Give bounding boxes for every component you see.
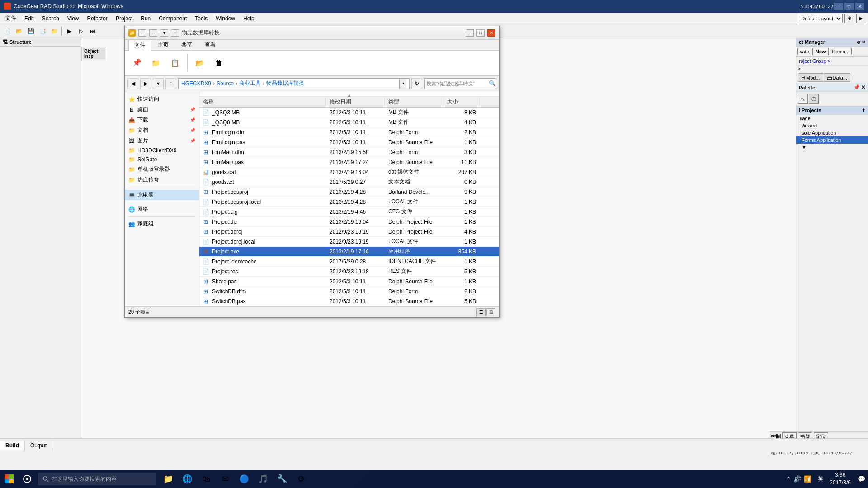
table-row[interactable]: 📄 Project.cfg 2013/2/19 4:46 CFG 文件 1 KB <box>199 207 499 217</box>
toolbar-run2[interactable]: ▷ <box>75 26 86 37</box>
table-row[interactable]: 📄 goods.txt 2017/5/29 0:27 文本文档 0 KB <box>199 177 499 187</box>
menu-component[interactable]: Component <box>155 14 190 23</box>
menu-run[interactable]: Run <box>137 14 154 23</box>
sidebar-documents[interactable]: 📁 文档 📌 <box>125 125 199 136</box>
fe-close-btn[interactable]: ✕ <box>487 29 495 37</box>
table-row[interactable]: ⊞ FrmMain.dfm 2013/2/19 15:58 Delphi For… <box>199 147 499 157</box>
palette-select-btn[interactable]: ⬡ <box>809 94 819 104</box>
fe-tab-home[interactable]: 主页 <box>152 39 175 50</box>
fe-btn-delete[interactable]: 🗑 <box>210 56 227 70</box>
menu-edit[interactable]: Edit <box>21 14 38 23</box>
chevron-icon[interactable]: ⌃ <box>786 476 791 482</box>
layout-btn2[interactable]: ▶ <box>856 14 866 23</box>
close-button[interactable]: ✕ <box>855 3 864 10</box>
projects-scroll[interactable]: ⬆ <box>862 108 865 113</box>
network-systray-icon[interactable]: 📶 <box>804 475 811 483</box>
project-item-console[interactable]: sole Application <box>796 129 868 136</box>
data-tab[interactable]: 🗃 Data... <box>824 73 850 82</box>
sidebar-homegroup[interactable]: 👥 家庭组 <box>125 219 199 229</box>
view-grid-btn[interactable]: ⊞ <box>486 308 495 316</box>
table-row[interactable]: 📊 goods.dat 2013/2/19 16:04 dat 媒体文件 207… <box>199 167 499 177</box>
menu-window[interactable]: Window <box>212 14 239 23</box>
taskbar-mail[interactable]: ✉ <box>216 470 234 488</box>
fe-up-arrow[interactable]: ↑ <box>171 29 179 37</box>
taskbar-search-input[interactable] <box>52 476 151 482</box>
col-header-name[interactable]: 名称 <box>199 97 326 107</box>
sidebar-mypc[interactable]: 💻 此电脑 <box>125 190 199 200</box>
sidebar-quick-access[interactable]: ⭐ 快速访问 <box>125 94 199 104</box>
breadcrumb-dropdown[interactable]: ▾ <box>399 79 406 89</box>
lang-button[interactable]: 英 <box>815 475 826 483</box>
table-row[interactable]: ⊞ FrmLogin.pas 2012/5/3 10:11 Delphi Sou… <box>199 137 499 147</box>
breadcrumb-hgeck[interactable]: HGECKDX9 <box>181 80 211 87</box>
table-row[interactable]: ⊞ SwitchDB.pas 2012/5/3 10:11 Delphi Sou… <box>199 296 499 306</box>
minimize-button[interactable]: — <box>834 3 843 10</box>
taskbar-tool1[interactable]: 🔧 <box>273 470 291 488</box>
sidebar-single[interactable]: 📁 单机版登录器 <box>125 164 199 174</box>
layout-select[interactable]: Default Layout <box>797 14 843 23</box>
sidebar-hd3d[interactable]: 📁 HD3DClientDX9 <box>125 146 199 155</box>
palette-pin[interactable]: 📌 ✕ <box>854 84 865 90</box>
table-row[interactable]: ⚙ Project.exe 2013/2/19 17:16 应用程序 854 K… <box>199 247 499 257</box>
fe-btn-copy[interactable]: 📋 <box>166 56 184 70</box>
breadcrumb-tools[interactable]: 商业工具 <box>239 80 261 87</box>
menu-project[interactable]: Project <box>112 14 136 23</box>
col-header-date[interactable]: 修改日期 <box>326 97 385 107</box>
table-row[interactable]: ⊞ Project.dproj 2012/9/23 19:19 Delphi P… <box>199 227 499 237</box>
sidebar-selgate[interactable]: 📁 SelGate <box>125 155 199 164</box>
table-row[interactable]: ⊞ FrmMain.pas 2013/2/19 17:24 Delphi Sou… <box>199 157 499 167</box>
menu-file[interactable]: 文件 <box>2 14 20 23</box>
toolbar-save2[interactable]: 📑 <box>37 26 48 37</box>
project-item-kage[interactable]: kage <box>796 115 868 122</box>
view-list-btn[interactable]: ☰ <box>476 308 486 316</box>
layout-btn1[interactable]: ⚙ <box>844 14 854 23</box>
build-tab[interactable]: Build <box>0 441 25 450</box>
breadcrumb-source[interactable]: Source <box>217 80 234 87</box>
toolbar-new[interactable]: 📄 <box>2 26 13 37</box>
toolbar-folder[interactable]: 📁 <box>49 26 60 37</box>
project-group-item[interactable]: roject Group > <box>796 57 868 66</box>
fe-down-arrow[interactable]: ▾ <box>160 29 168 37</box>
table-row[interactable]: ⊞ Project.bdsproj 2013/2/19 4:28 Borland… <box>199 187 499 197</box>
taskbar-media[interactable]: 🎵 <box>254 470 272 488</box>
project-item-wizard[interactable]: Wizard <box>796 122 868 129</box>
fe-maximize-btn[interactable]: □ <box>476 29 485 37</box>
table-row[interactable]: 📄 Project.dproj.local 2012/9/23 19:19 LO… <box>199 237 499 247</box>
toolbar-run[interactable]: ▶ <box>64 26 75 37</box>
sidebar-downloads[interactable]: 📥 下载 📌 <box>125 115 199 125</box>
nav-dropdown-btn[interactable]: ▾ <box>153 78 164 89</box>
nav-back-btn[interactable]: ◀ <box>127 78 138 89</box>
fe-btn-new-folder[interactable]: 📂 <box>191 56 208 70</box>
col-header-type[interactable]: 类型 <box>385 97 443 107</box>
expand-btn[interactable]: > <box>796 66 868 72</box>
table-row[interactable]: ⊞ SwitchDB.dfm 2012/5/3 10:11 Delphi For… <box>199 286 499 296</box>
table-row[interactable]: 📄 _QSQ3.MB 2012/5/3 10:11 MB 文件 8 KB <box>199 108 499 117</box>
table-row[interactable]: 📄 Project.res 2012/9/23 19:18 RES 文件 5 K… <box>199 267 499 277</box>
table-row[interactable]: 📄 Project.bdsproj.local 2013/2/19 4:28 L… <box>199 197 499 207</box>
nav-forward-btn[interactable]: ▶ <box>140 78 151 89</box>
proj-manager-close[interactable]: ⊕ ✕ <box>857 40 865 45</box>
table-row[interactable]: ⊞ Project.dpr 2013/2/19 16:04 Delphi Pro… <box>199 217 499 227</box>
sidebar-pictures[interactable]: 🖼 图片 📌 <box>125 136 199 146</box>
toolbar-step[interactable]: ⏭ <box>87 26 98 37</box>
nav-refresh-btn[interactable]: ↻ <box>411 78 422 89</box>
mod-tab[interactable]: ⊞ Mod... <box>798 73 823 82</box>
fe-tab-view[interactable]: 查看 <box>199 39 222 50</box>
sidebar-network[interactable]: 🌐 网络 <box>125 204 199 215</box>
fe-tab-file[interactable]: 文件 <box>128 40 151 51</box>
nav-up-btn[interactable]: ↑ <box>165 78 176 89</box>
menu-help[interactable]: Help <box>240 14 258 23</box>
start-button[interactable] <box>0 470 18 488</box>
activate-button[interactable]: vate <box>797 48 811 55</box>
remote-button[interactable]: Remo... <box>830 48 852 55</box>
speaker-icon[interactable]: 🔊 <box>793 475 801 483</box>
sidebar-hot[interactable]: 📁 热血传奇 <box>125 174 199 185</box>
search-input[interactable] <box>426 81 489 86</box>
menu-search[interactable]: Search <box>38 14 63 23</box>
project-item-forms[interactable]: Forms Application <box>796 136 868 144</box>
table-row[interactable]: 📄 _QSQ8.MB 2012/5/3 10:11 MB 文件 4 KB <box>199 117 499 127</box>
table-row[interactable]: 📄 Project.identcache 2017/5/29 0:28 IDEN… <box>199 257 499 267</box>
taskbar-ie[interactable]: 🌐 <box>178 470 196 488</box>
taskbar-store[interactable]: 🛍 <box>197 470 215 488</box>
taskbar-edge[interactable]: 🔵 <box>235 470 253 488</box>
